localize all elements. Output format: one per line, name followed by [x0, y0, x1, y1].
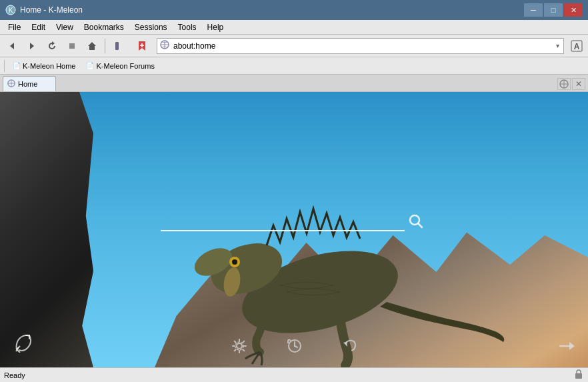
search-button[interactable]: [405, 211, 427, 231]
close-button[interactable]: ✕: [564, 3, 583, 17]
menu-sessions[interactable]: Sessions: [129, 21, 173, 33]
svg-marker-37: [569, 342, 575, 350]
bookmark-add-icon: [136, 40, 148, 52]
svg-text:K: K: [9, 7, 13, 14]
svg-marker-5: [88, 42, 96, 50]
bookmark-k-meleon-home[interactable]: 📄 K-Meleon Home: [9, 61, 79, 71]
accessibility-button[interactable]: A: [568, 37, 585, 55]
bookmark-list-icon: [113, 40, 125, 52]
reload-icon: [47, 41, 57, 51]
svg-line-33: [295, 346, 297, 347]
right-bottom-area: [557, 337, 576, 355]
svg-rect-6: [115, 42, 119, 50]
center-bottom-icons: [230, 337, 358, 355]
menu-help[interactable]: Help: [202, 21, 229, 33]
svg-line-28: [418, 223, 422, 227]
address-bar-favicon: [157, 40, 172, 51]
svg-rect-4: [69, 43, 75, 49]
search-icon: [409, 214, 423, 229]
bookmark-add-button[interactable]: [131, 37, 153, 55]
bookmarks-bar: 📄 K-Meleon Home 📄 K-Meleon Forums: [0, 57, 588, 75]
svg-marker-35: [343, 341, 347, 347]
accessibility-icon: A: [570, 39, 583, 53]
menu-tools[interactable]: Tools: [173, 21, 202, 33]
menu-edit[interactable]: Edit: [26, 21, 51, 33]
forward-icon: [27, 41, 37, 51]
maximize-button[interactable]: □: [544, 3, 563, 17]
bookmark-k-meleon-forums[interactable]: 📄 K-Meleon Forums: [82, 61, 158, 71]
bookmark-list-button[interactable]: [109, 37, 130, 55]
recycle-icon[interactable]: [13, 333, 33, 353]
home-icon: [87, 41, 97, 51]
rock-left: [0, 92, 93, 367]
left-bottom-area: [13, 333, 33, 353]
window-title: Home - K-Meleon: [20, 5, 83, 15]
settings-icon[interactable]: [230, 337, 249, 355]
svg-point-25: [232, 259, 237, 265]
bookmark-label: K-Meleon Home: [23, 62, 75, 70]
home-button[interactable]: [83, 37, 101, 55]
history-icon[interactable]: [285, 337, 304, 355]
back-button[interactable]: [3, 37, 21, 55]
title-bar: K Home - K-Meleon ─ □ ✕: [0, 0, 588, 20]
address-bar-container: ▾: [157, 38, 564, 54]
svg-point-29: [237, 343, 242, 349]
bookmark-page-icon-2: 📄: [86, 62, 94, 69]
undo-icon[interactable]: [341, 337, 358, 355]
minimize-button[interactable]: ─: [524, 3, 543, 17]
search-input[interactable]: [161, 211, 405, 231]
arrow-right-icon[interactable]: [557, 337, 576, 355]
tab-right-controls: ✕: [557, 78, 585, 91]
search-container: [161, 211, 427, 231]
bookmark-label-2: K-Meleon Forums: [96, 62, 154, 70]
svg-marker-2: [10, 43, 14, 49]
title-bar-left: K Home - K-Meleon: [5, 5, 83, 15]
status-right: [573, 369, 584, 381]
stop-button[interactable]: [63, 37, 81, 55]
svg-marker-3: [30, 43, 34, 49]
menu-file[interactable]: File: [3, 21, 26, 33]
security-icon: [573, 369, 584, 381]
address-input[interactable]: [172, 41, 551, 51]
bookmarks-separator: [4, 60, 5, 72]
status-bar: Ready: [0, 367, 588, 382]
globe-icon: [559, 79, 569, 89]
svg-text:A: A: [574, 42, 580, 51]
stop-icon: [67, 41, 77, 51]
tab-home[interactable]: Home: [3, 76, 56, 91]
app-icon: K: [5, 5, 16, 15]
menu-bar: File Edit View Bookmarks Sessions Tools …: [0, 20, 588, 35]
bookmark-page-icon: 📄: [13, 62, 21, 69]
tab-close-button[interactable]: ✕: [572, 78, 585, 90]
tab-bar: Home ✕: [0, 75, 588, 92]
toolbar: ▾ A: [0, 35, 588, 57]
window-controls: ─ □ ✕: [524, 3, 583, 17]
reload-button[interactable]: [43, 37, 61, 55]
menu-view[interactable]: View: [51, 21, 79, 33]
forward-button[interactable]: [23, 37, 41, 55]
back-icon: [7, 41, 17, 51]
tab-label: Home: [18, 80, 37, 88]
status-text: Ready: [4, 371, 25, 379]
toolbar-separator: [105, 39, 105, 53]
tab-favicon: [7, 79, 15, 89]
main-content: [0, 92, 588, 367]
tab-new-button[interactable]: [557, 78, 571, 90]
address-dropdown-button[interactable]: ▾: [551, 39, 563, 53]
svg-rect-38: [575, 373, 582, 379]
menu-bookmarks[interactable]: Bookmarks: [79, 21, 129, 33]
